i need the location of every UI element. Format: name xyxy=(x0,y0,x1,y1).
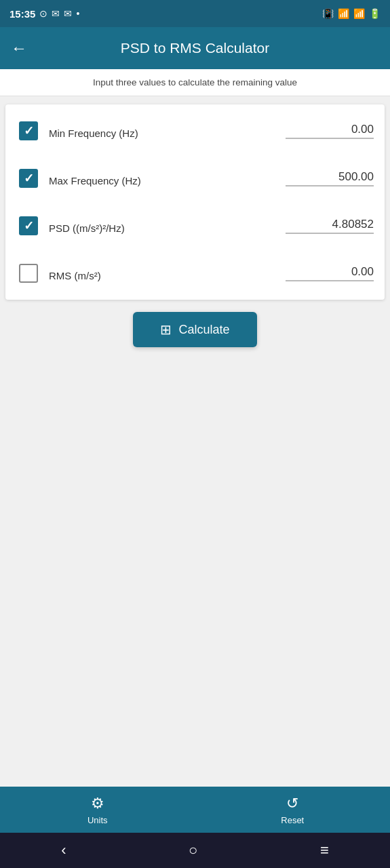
psd-input[interactable] xyxy=(286,218,374,233)
psd-row: PSD ((m/s²)²/Hz) xyxy=(5,199,385,247)
rms-input[interactable] xyxy=(286,265,374,280)
psd-underline xyxy=(286,233,374,234)
max-frequency-underline xyxy=(286,185,374,186)
app-title: PSD to RMS Calculator xyxy=(38,40,352,56)
battery-icon: 🔋 xyxy=(369,8,381,19)
rms-field: RMS (m/s²) xyxy=(49,265,374,281)
min-frequency-row: Min Frequency (Hz) xyxy=(5,104,385,152)
min-frequency-checkbox-checked xyxy=(19,121,38,140)
rms-checkbox[interactable] xyxy=(16,261,41,285)
min-frequency-underline xyxy=(286,138,374,139)
calculate-icon: ⊞ xyxy=(160,321,172,338)
units-label: Units xyxy=(87,815,108,825)
rms-row: RMS (m/s²) xyxy=(5,247,385,294)
max-frequency-checkbox[interactable] xyxy=(16,166,41,191)
vibrate-icon: 📳 xyxy=(322,8,334,19)
gear-icon: ⚙ xyxy=(91,795,104,812)
max-frequency-checkbox-checked xyxy=(19,169,38,188)
min-frequency-checkbox[interactable] xyxy=(16,119,41,143)
reset-label: Reset xyxy=(281,815,304,825)
status-right: 📳 📶 📶 🔋 xyxy=(322,8,381,19)
dot-icon: • xyxy=(76,8,79,19)
max-frequency-label: Max Frequency (Hz) xyxy=(49,175,209,186)
psd-label: PSD ((m/s²)²/Hz) xyxy=(49,222,209,234)
rms-label: RMS (m/s²) xyxy=(49,270,209,281)
psd-checkbox-checked xyxy=(19,216,38,235)
calculate-label: Calculate xyxy=(178,323,229,337)
psd-input-wrap xyxy=(214,218,374,234)
back-button[interactable]: ← xyxy=(11,40,27,56)
calculate-button[interactable]: ⊞ Calculate xyxy=(133,312,256,347)
nav-bar: ‹ ○ ≡ xyxy=(0,833,390,868)
max-frequency-row: Max Frequency (Hz) xyxy=(5,152,385,199)
status-time: 15:35 xyxy=(9,8,35,20)
max-frequency-input-wrap xyxy=(214,170,374,186)
nav-menu-button[interactable]: ≡ xyxy=(307,836,343,865)
rms-underline xyxy=(286,280,374,281)
psd-field: PSD ((m/s²)²/Hz) xyxy=(49,218,374,234)
min-frequency-input-wrap xyxy=(214,123,374,139)
min-frequency-label: Min Frequency (Hz) xyxy=(49,127,209,139)
max-frequency-input[interactable] xyxy=(286,170,374,185)
wifi-icon: 📶 xyxy=(338,8,349,19)
psd-checkbox[interactable] xyxy=(16,214,41,238)
nav-home-button[interactable]: ○ xyxy=(175,836,211,865)
max-frequency-field: Max Frequency (Hz) xyxy=(49,170,374,186)
units-tab[interactable]: ⚙ Units xyxy=(0,795,195,825)
reset-icon: ↺ xyxy=(286,795,298,812)
reset-tab[interactable]: ↺ Reset xyxy=(195,795,391,825)
min-frequency-input[interactable] xyxy=(286,123,374,138)
rms-checkbox-unchecked xyxy=(19,264,38,283)
main-content: Input three values to calculate the rema… xyxy=(0,69,390,787)
rms-input-wrap xyxy=(214,265,374,281)
app-bar: ← PSD to RMS Calculator xyxy=(0,27,390,69)
signal-icon: 📶 xyxy=(353,8,365,19)
min-frequency-field: Min Frequency (Hz) xyxy=(49,123,374,139)
status-left: 15:35 ⊙ ✉ ✉ • xyxy=(9,8,79,20)
subtitle-text: Input three values to calculate the rema… xyxy=(93,77,297,87)
task-icon: ⊙ xyxy=(39,8,47,19)
nav-back-button[interactable]: ‹ xyxy=(47,836,79,865)
bottom-bar: ⚙ Units ↺ Reset xyxy=(0,787,390,833)
mail2-icon: ✉ xyxy=(64,8,72,19)
status-bar: 15:35 ⊙ ✉ ✉ • 📳 📶 📶 🔋 xyxy=(0,0,390,27)
calculator-card: Min Frequency (Hz) Max Frequency (Hz) xyxy=(5,104,385,300)
subtitle-bar: Input three values to calculate the rema… xyxy=(0,69,390,96)
mail-icon: ✉ xyxy=(52,8,60,19)
